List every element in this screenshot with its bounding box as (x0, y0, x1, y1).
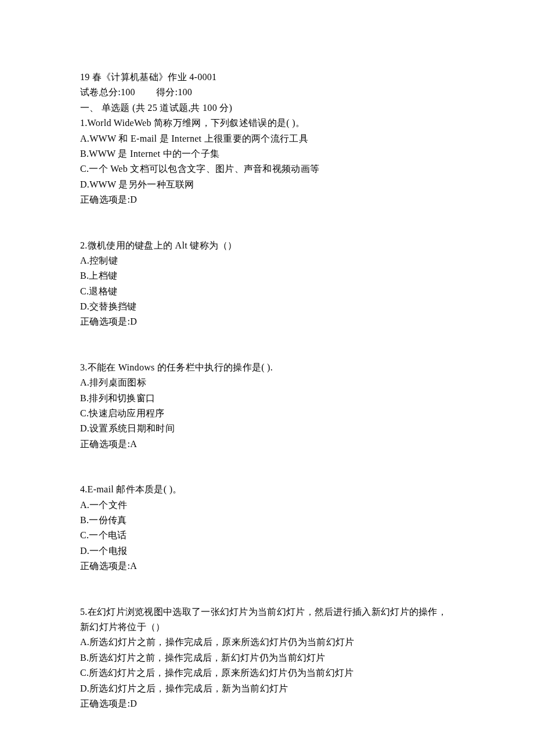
question-stem: 2.微机使用的键盘上的 Alt 键称为（） (80, 238, 454, 253)
question-option: B.一份传真 (80, 513, 454, 528)
question-stem: 1.World WideWeb 简称万维网，下列叙述错误的是( )。 (80, 116, 454, 131)
question-option: D.设置系统日期和时间 (80, 421, 454, 436)
spacer (80, 330, 454, 360)
question-stem: 5.在幻灯片浏览视图中选取了一张幻灯片为当前幻灯片，然后进行插入新幻灯片的操作，… (80, 604, 454, 635)
question-answer: 正确选项是:A (80, 559, 454, 574)
question-option: D.所选幻灯片之后，操作完成后，新为当前幻灯片 (80, 681, 454, 696)
question-answer: 正确选项是:A (80, 437, 454, 452)
question-option: A.所选幻灯片之前，操作完成后，原来所选幻灯片仍为当前幻灯片 (80, 635, 454, 650)
earned-score: 得分:100 (156, 85, 192, 100)
question-option: B.WWW 是 Internet 中的一个子集 (80, 146, 454, 161)
total-score: 试卷总分:100 (80, 85, 135, 100)
question-1: 1.World WideWeb 简称万维网，下列叙述错误的是( )。 A.WWW… (80, 116, 454, 207)
spacer (80, 574, 454, 604)
question-option: A.WWW 和 E-mail 是 Internet 上很重要的两个流行工具 (80, 131, 454, 146)
question-option: D.交替换挡键 (80, 299, 454, 314)
question-5: 5.在幻灯片浏览视图中选取了一张幻灯片为当前幻灯片，然后进行插入新幻灯片的操作，… (80, 604, 454, 712)
document-title: 19 春《计算机基础》作业 4-0001 (80, 70, 454, 85)
question-option: B.排列和切换窗口 (80, 391, 454, 406)
question-answer: 正确选项是:D (80, 314, 454, 329)
question-option: A.排列桌面图标 (80, 375, 454, 390)
question-stem: 3.不能在 Windows 的任务栏中执行的操作是( ). (80, 360, 454, 375)
spacer (80, 208, 454, 238)
section-header: 一、 单选题 (共 25 道试题,共 100 分) (80, 100, 454, 116)
question-option: C.一个电话 (80, 528, 454, 543)
question-option: A.控制键 (80, 253, 454, 268)
spacer (80, 452, 454, 482)
question-3: 3.不能在 Windows 的任务栏中执行的操作是( ). A.排列桌面图标 B… (80, 360, 454, 452)
question-option: D.WWW 是另外一种互联网 (80, 177, 454, 192)
question-option: D.一个电报 (80, 543, 454, 559)
question-answer: 正确选项是:D (80, 192, 454, 207)
question-stem: 4.E-mail 邮件本质是( )。 (80, 482, 454, 497)
question-option: B.上档键 (80, 268, 454, 283)
question-option: C.所选幻灯片之后，操作完成后，原来所选幻灯片仍为当前幻灯片 (80, 665, 454, 681)
question-option: C.一个 Web 文档可以包含文字、图片、声音和视频动画等 (80, 161, 454, 177)
question-answer: 正确选项是:D (80, 696, 454, 711)
question-option: C.退格键 (80, 284, 454, 299)
question-2: 2.微机使用的键盘上的 Alt 键称为（） A.控制键 B.上档键 C.退格键 … (80, 238, 454, 330)
score-summary: 试卷总分:100得分:100 (80, 85, 454, 100)
question-option: A.一个文件 (80, 498, 454, 513)
question-option: B.所选幻灯片之前，操作完成后，新幻灯片仍为当前幻灯片 (80, 650, 454, 665)
question-4: 4.E-mail 邮件本质是( )。 A.一个文件 B.一份传真 C.一个电话 … (80, 482, 454, 574)
question-option: C.快速启动应用程序 (80, 406, 454, 421)
